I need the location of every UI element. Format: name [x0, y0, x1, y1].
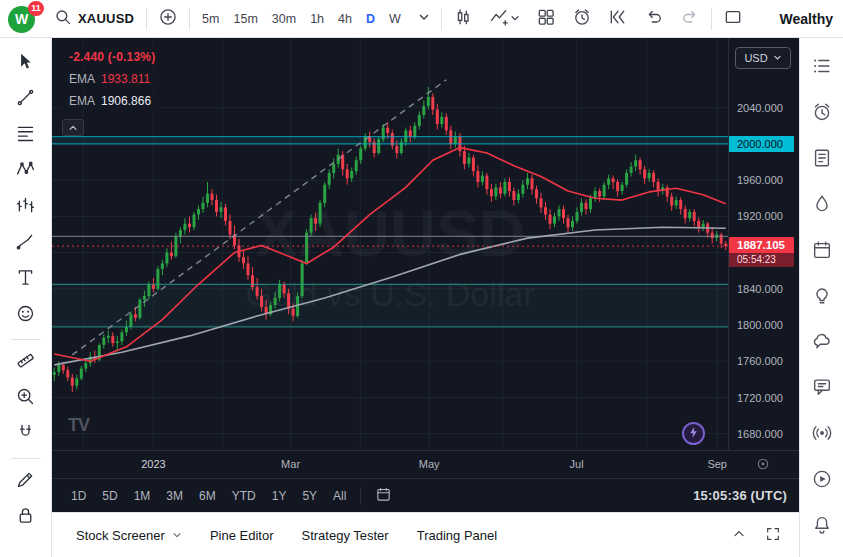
symbol-search-button[interactable]: XAUUSD [48, 4, 140, 33]
redo-button[interactable] [675, 4, 705, 33]
divider [441, 8, 442, 30]
range-ytd-button[interactable]: YTD [225, 485, 263, 507]
price-tick-label: 1800.000 [737, 319, 783, 331]
calendar-tool-button[interactable] [806, 236, 838, 267]
videos-tool-button[interactable] [806, 465, 838, 496]
timeframe-1h-button[interactable]: 1h [304, 8, 330, 30]
range-5y-button[interactable]: 5Y [295, 485, 324, 507]
divider [11, 339, 41, 340]
broker-logo[interactable]: W 11 [6, 3, 42, 35]
magnet-icon [15, 422, 36, 446]
calendar-icon [375, 492, 392, 506]
range-1d-button[interactable]: 1D [64, 485, 93, 507]
panel-maximize-button[interactable] [761, 522, 785, 549]
quick-action-lightning-button[interactable] [682, 422, 705, 445]
ideas-icon [811, 284, 833, 309]
draw-icon [15, 469, 36, 493]
timeframe-w-button[interactable]: W [383, 8, 407, 30]
fullscreen-button[interactable] [718, 4, 748, 33]
tab-strategy-tester[interactable]: Strategy Tester [291, 522, 406, 549]
ideas-tool-button[interactable] [806, 282, 838, 313]
chart-plot[interactable]: XAUUSDGold vs U.S. Dollar -2.440 (-0.13%… [52, 38, 728, 450]
bar-countdown: 05:54:23 [729, 253, 794, 267]
hotlists-tool-button[interactable] [806, 190, 838, 221]
time-tick-label: 2023 [141, 458, 165, 470]
notifications-tool-button[interactable] [806, 511, 838, 542]
range-5d-button[interactable]: 5D [95, 485, 124, 507]
indicators-button[interactable] [484, 4, 525, 33]
alerts-tool-button[interactable] [806, 98, 838, 129]
cursor-tool-button[interactable] [9, 46, 43, 80]
brush-tool-button[interactable] [9, 226, 43, 260]
chat-tool-button[interactable] [806, 327, 838, 358]
timeframe-4h-button[interactable]: 4h [332, 8, 358, 30]
layout-grid-button[interactable] [531, 4, 561, 33]
range-3m-button[interactable]: 3M [159, 485, 190, 507]
videos-icon [811, 468, 833, 493]
axis-settings-icon[interactable] [755, 456, 771, 474]
lock-tool-button[interactable] [9, 500, 43, 534]
price-axis[interactable]: USD 2040.0002000.0001960.0001920.0001840… [728, 38, 799, 450]
fullscreen-icon [723, 7, 743, 30]
redo-icon [680, 7, 700, 30]
alert-button[interactable] [567, 4, 597, 33]
chart-style-button[interactable] [448, 4, 478, 33]
timeframe-30m-button[interactable]: 30m [266, 8, 302, 30]
undo-button[interactable] [639, 4, 669, 33]
range-all-button[interactable]: All [326, 485, 353, 507]
range-1y-button[interactable]: 1Y [265, 485, 294, 507]
panel-collapse-button[interactable] [727, 522, 751, 549]
timeframe-d-button[interactable]: D [360, 8, 381, 30]
utc-clock[interactable]: 15:05:36 (UTC) [693, 488, 787, 503]
ema-slow-legend[interactable]: EMA 1906.866 [62, 92, 158, 110]
ema-fast-legend[interactable]: EMA 1933.811 [62, 70, 157, 88]
xabcd-pattern-tool-button[interactable] [9, 154, 43, 188]
search-icon [54, 8, 72, 29]
hotlists-icon [811, 193, 833, 218]
zoom-tool-button[interactable] [9, 381, 43, 415]
tab-stock-screener[interactable]: Stock Screener [66, 522, 200, 549]
fib-retracement-tool-button[interactable] [9, 118, 43, 152]
cursor-icon [15, 51, 36, 75]
streams-tool-button[interactable] [806, 419, 838, 450]
news-tool-button[interactable] [806, 144, 838, 175]
range-6m-button[interactable]: 6M [192, 485, 223, 507]
watchlist-tool-button[interactable] [806, 52, 838, 83]
plus-circle-icon [158, 7, 178, 30]
replay-button[interactable] [603, 4, 633, 33]
fib-retracement-icon [15, 123, 36, 147]
messages-tool-button[interactable] [806, 373, 838, 404]
news-icon [811, 147, 833, 172]
ruler-tool-button[interactable] [9, 345, 43, 379]
currency-selector[interactable]: USD [735, 47, 791, 69]
tradingview-logo[interactable]: TV [68, 415, 89, 436]
chat-icon [811, 330, 833, 355]
go-to-date-button[interactable] [368, 482, 399, 510]
tab-pine-editor[interactable]: Pine Editor [200, 522, 292, 549]
bars-pattern-tool-button[interactable] [9, 190, 43, 224]
add-symbol-button[interactable] [153, 4, 183, 33]
brand-label[interactable]: Wealthy [780, 11, 835, 27]
chevron-down-icon [510, 11, 520, 26]
tab-trading-panel[interactable]: Trading Panel [407, 522, 515, 549]
time-tick-label: Jul [570, 458, 584, 470]
trading-app: W 11 XAUUSD 5m15m30m1h4hDW [0, 0, 843, 557]
draw-tool-button[interactable] [9, 464, 43, 498]
time-axis[interactable]: 2023MarMayJulSep [52, 450, 799, 478]
timeframe-15m-button[interactable]: 15m [227, 8, 263, 30]
undo-icon [644, 7, 664, 30]
text-tool-button[interactable] [9, 262, 43, 296]
timeframe-menu-button[interactable] [413, 8, 435, 29]
range-1m-button[interactable]: 1M [127, 485, 158, 507]
legend-collapse-button[interactable] [62, 119, 84, 136]
time-tick-label: Sep [707, 458, 727, 470]
divider [360, 487, 361, 505]
magnet-tool-button[interactable] [9, 417, 43, 451]
alarm-clock-icon [572, 7, 592, 30]
trend-line-tool-button[interactable] [9, 82, 43, 116]
indicators-icon [489, 7, 509, 30]
timeframe-5m-button[interactable]: 5m [196, 8, 225, 30]
messages-icon [811, 376, 833, 401]
xabcd-pattern-icon [15, 159, 36, 183]
emoji-tool-button[interactable] [9, 298, 43, 332]
